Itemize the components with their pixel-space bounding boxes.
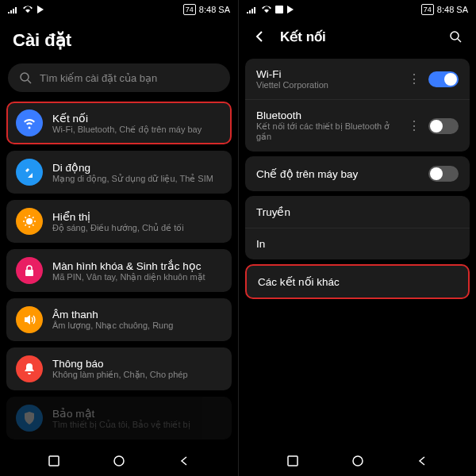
settings-item-bell[interactable]: Thông báoKhông làm phiền, Chặn, Cho phép — [6, 347, 232, 390]
svg-point-7 — [451, 32, 459, 40]
sound-icon — [16, 306, 43, 333]
nav-back[interactable] — [173, 450, 195, 472]
search-icon — [19, 71, 32, 84]
item-title: Di động — [52, 161, 222, 174]
item-text: Thông báoKhông làm phiền, Chặn, Cho phép — [52, 358, 222, 380]
item-subtitle: Wi-Fi, Bluetooth, Chế độ trên máy bay — [52, 125, 222, 135]
toggle[interactable] — [428, 118, 459, 134]
search-input[interactable]: Tìm kiếm cài đặt của bạn — [8, 63, 230, 92]
row-ch-tr-n-m-y-bay[interactable]: Chế độ trên máy bay — [245, 156, 470, 191]
settings-item-wifi[interactable]: Kết nốiWi-Fi, Bluetooth, Chế độ trên máy… — [6, 102, 232, 144]
item-title: Bảo mật — [52, 407, 222, 420]
header-search-button[interactable] — [444, 25, 466, 48]
screen-connections: 74 8:48 SA Kết nối Wi-FiViettel Corporat… — [238, 0, 476, 476]
settings-item-display[interactable]: Hiển thịĐộ sáng, Điều hướng, Chủ đề tối — [6, 200, 232, 243]
nav-recent[interactable] — [43, 450, 65, 472]
nav-recent[interactable] — [282, 450, 304, 472]
svg-rect-6 — [275, 6, 283, 13]
more-icon[interactable]: ⋮ — [406, 71, 420, 86]
battery-indicator: 74 — [421, 4, 434, 15]
search-icon — [449, 30, 462, 43]
clock: 8:48 SA — [437, 5, 468, 14]
wifi-status-icon — [261, 6, 272, 13]
svg-rect-4 — [49, 456, 59, 466]
toggle[interactable] — [428, 166, 459, 182]
row-text: In — [256, 238, 459, 250]
chevron-left-icon — [253, 30, 266, 43]
settings-group: Wi-FiViettel Corporation⋮BluetoothKết nố… — [245, 59, 470, 152]
signal-icon — [8, 6, 19, 13]
item-title: Hiển thị — [52, 210, 222, 223]
item-title: Kết nối — [52, 112, 222, 125]
nav-home[interactable] — [347, 450, 369, 472]
row-title: Wi-Fi — [256, 68, 398, 80]
back-button[interactable] — [248, 25, 271, 48]
row-c-c-k-t-n-i-kh-c[interactable]: Các kết nối khác — [247, 266, 468, 298]
nav-bar — [0, 446, 238, 476]
header: Kết nối — [239, 19, 476, 54]
svg-rect-9 — [288, 456, 298, 466]
item-text: Di độngMạng di động, Sử dụng dữ liệu, Th… — [52, 161, 222, 184]
item-text: Bảo mậtTìm thiết bị Của tôi, Bảo vệ thiế… — [52, 407, 222, 430]
status-bar: 74 8:48 SA — [239, 0, 476, 19]
bell-icon — [16, 355, 43, 382]
row-title: Bluetooth — [256, 109, 398, 121]
svg-point-10 — [353, 456, 363, 466]
wifi-icon — [16, 109, 43, 136]
item-subtitle: Không làm phiền, Chặn, Cho phép — [52, 370, 222, 380]
row-text: Các kết nối khác — [258, 275, 457, 288]
item-subtitle: Mạng di động, Sử dụng dữ liệu, Thẻ SIM — [52, 174, 222, 184]
row-truy-n[interactable]: Truyền — [245, 196, 470, 228]
page-title: Cài đặt — [13, 30, 225, 51]
item-subtitle: Mã PIN, Vân tay, Nhận diện khuôn mặt — [52, 272, 222, 282]
wifi-status-icon — [22, 6, 33, 13]
screen-settings: 74 8:48 SA Cài đặt Tìm kiếm cài đặt của … — [0, 0, 238, 476]
play-store-icon — [36, 6, 44, 13]
toggle[interactable] — [428, 71, 459, 87]
row-in[interactable]: In — [245, 228, 470, 259]
settings-item-mobile[interactable]: Di độngMạng di động, Sử dụng dữ liệu, Th… — [6, 151, 232, 194]
settings-item-lock[interactable]: Màn hình khóa & Sinh trắc họcMã PIN, Vân… — [6, 249, 232, 292]
row-wi-fi[interactable]: Wi-FiViettel Corporation⋮ — [245, 59, 470, 99]
row-title: Chế độ trên máy bay — [256, 167, 420, 180]
row-title: Các kết nối khác — [258, 275, 457, 288]
item-subtitle: Tìm thiết bị Của tôi, Bảo vệ thiết bị — [52, 420, 222, 430]
row-title: Truyền — [256, 205, 459, 218]
settings-group: Chế độ trên máy bay — [245, 156, 470, 191]
row-text: Wi-FiViettel Corporation — [256, 68, 398, 90]
settings-item-sound[interactable]: Âm thanhÂm lượng, Nhạc chuông, Rung — [6, 298, 232, 341]
settings-item-shield[interactable]: Bảo mậtTìm thiết bị Của tôi, Bảo vệ thiế… — [6, 397, 232, 440]
clock: 8:48 SA — [199, 5, 230, 14]
status-bar: 74 8:48 SA — [0, 0, 238, 19]
item-text: Màn hình khóa & Sinh trắc họcMã PIN, Vân… — [52, 259, 222, 282]
shield-icon — [16, 405, 43, 432]
row-title: In — [256, 238, 459, 250]
settings-group: Các kết nối khác — [245, 264, 470, 299]
play-store-icon — [286, 6, 294, 13]
item-subtitle: Âm lượng, Nhạc chuông, Rung — [52, 321, 222, 331]
row-text: Chế độ trên máy bay — [256, 167, 420, 180]
item-text: Kết nốiWi-Fi, Bluetooth, Chế độ trên máy… — [52, 112, 222, 135]
svg-point-5 — [114, 456, 124, 466]
lock-icon — [16, 257, 43, 284]
more-icon[interactable]: ⋮ — [406, 118, 420, 133]
svg-line-1 — [28, 80, 31, 83]
gallery-icon — [275, 6, 283, 13]
page-title-area: Cài đặt — [0, 19, 238, 59]
svg-point-2 — [26, 218, 33, 225]
row-subtitle: Viettel Corporation — [256, 80, 398, 90]
connections-list: Wi-FiViettel Corporation⋮BluetoothKết nố… — [239, 54, 476, 304]
battery-indicator: 74 — [183, 4, 196, 15]
nav-bar — [239, 446, 476, 476]
svg-point-0 — [21, 73, 29, 81]
row-bluetooth[interactable]: BluetoothKết nối tới các thiết bị Blueto… — [245, 99, 470, 152]
item-title: Âm thanh — [52, 309, 222, 321]
row-subtitle: Kết nối tới các thiết bị Bluetooth ở gần — [256, 121, 398, 142]
nav-home[interactable] — [108, 450, 130, 472]
item-title: Màn hình khóa & Sinh trắc học — [52, 259, 222, 272]
row-text: BluetoothKết nối tới các thiết bị Blueto… — [256, 109, 398, 142]
settings-group: TruyềnIn — [245, 196, 470, 259]
nav-back[interactable] — [411, 450, 433, 472]
mobile-icon — [16, 159, 43, 186]
item-title: Thông báo — [52, 358, 222, 370]
